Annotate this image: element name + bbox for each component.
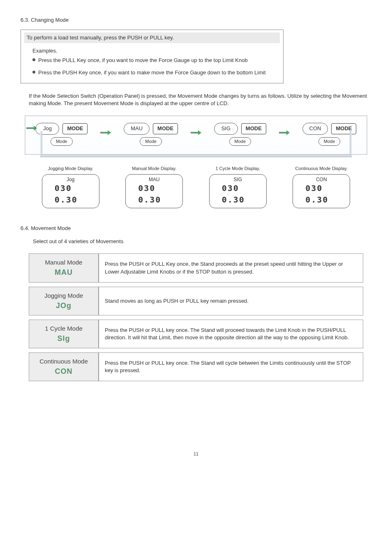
lcd-box: CON 030 0.30 [293, 174, 350, 208]
mode-label-sig: 1 Cycle Mode SIg [29, 320, 99, 348]
table-row: Jogging Mode JOg Stand moves as long as … [29, 287, 363, 315]
mode-desc: Press the PUSH or PULL key once. The Sta… [99, 352, 363, 381]
page-number: 11 [21, 451, 371, 457]
mode-key-button[interactable]: MODE [153, 123, 178, 134]
mode-title: Manual Mode [35, 258, 92, 267]
mode-unit-con: CON MODE Mode [302, 123, 357, 146]
mode-cycle-diagram: Jog MODE Mode MAU MODE Mode SIG MODE Mod… [25, 115, 367, 155]
mode-unit-jog: Jog MODE Mode [35, 123, 88, 146]
example-text-1: Press the PULL Key once, if you want to … [38, 57, 248, 63]
lcd-col-sig: 1 Cycle Mode Display. SIG 030 0.30 [209, 166, 267, 208]
cycle-feedback-bar [40, 155, 352, 157]
table-row: Manual Mode MAU Press the PUSH or PULL K… [29, 253, 363, 282]
mode-code: MAU [35, 267, 92, 278]
mode-sub-label: Mode [318, 137, 341, 146]
mode-sub-label: Mode [229, 137, 251, 146]
movement-mode-table: Manual Mode MAU Press the PUSH or PULL K… [29, 249, 363, 385]
lcd-col-jog: Jogging Mode Display. Jog 030 0.30 [42, 166, 99, 208]
lcd-seg-value: 030 0.30 [305, 182, 350, 205]
lcd-col-mau: Manual Mode Display. MAU 030 0.30 [125, 166, 183, 208]
manual-test-callout: To perform a load test manually, press t… [21, 30, 284, 83]
mode-title: 1 Cycle Mode [35, 324, 92, 333]
section-heading-6-3: 6.3. Changing Mode [21, 16, 371, 24]
callout-header: To perform a load test manually, press t… [24, 32, 280, 43]
mode-desc: Stand moves as long as PUSH or PULL key … [99, 287, 363, 315]
mode-key-button[interactable]: MODE [62, 123, 88, 134]
mode-pill-jog: Jog [35, 123, 59, 134]
mode-key-button[interactable]: MODE [241, 123, 266, 134]
mode-title: Continuous Mode [35, 357, 92, 366]
mode-label-jog: Jogging Mode JOg [29, 287, 99, 315]
lcd-caption: Continuous Mode Display. [295, 166, 348, 172]
lcd-display-row: Jogging Mode Display. Jog 030 0.30 Manua… [29, 166, 363, 208]
mode-unit-sig: SIG MODE Mode [214, 123, 266, 146]
arrow-icon [279, 131, 290, 135]
mode-pill-mau: MAU [124, 123, 150, 134]
bullet-icon [32, 71, 35, 74]
arrow-icon [191, 131, 201, 135]
examples-label: Examples. [32, 47, 280, 55]
mode-desc: Press the PUSH or PULL Key once, the Sta… [99, 253, 363, 282]
example-text-2: Press the PUSH Key once, if you want to … [38, 69, 266, 76]
mode-key-button[interactable]: MODE [331, 123, 356, 134]
lcd-box: MAU 030 0.30 [125, 174, 183, 208]
arrow-icon [100, 131, 111, 135]
mode-sub-label: Mode [51, 137, 73, 146]
callout-body: Examples. Press the PULL Key once, if yo… [24, 47, 280, 76]
mode-label-con: Continuous Mode CON [29, 352, 99, 381]
mode-code: JOg [35, 301, 92, 311]
lcd-seg-value: 030 0.30 [55, 182, 99, 205]
lcd-seg-value: 030 0.30 [222, 182, 266, 205]
table-row: Continuous Mode CON Press the PUSH or PU… [29, 352, 363, 381]
mode-title: Jogging Mode [35, 291, 92, 300]
example-bullet-2: Press the PUSH Key once, if you want to … [32, 69, 280, 76]
bullet-icon [32, 58, 35, 61]
mode-unit-mau: MAU MODE Mode [124, 123, 178, 146]
lcd-seg-value: 030 0.30 [138, 182, 182, 205]
lcd-box: Jog 030 0.30 [42, 174, 99, 208]
mode-desc: Press the PUSH or PULL key once. The Sta… [99, 320, 363, 348]
lcd-caption: Manual Mode Display. [132, 166, 176, 172]
movement-intro: Select out of 4 varieties of Movements [33, 238, 371, 245]
mode-code: CON [35, 366, 92, 377]
mode-pill-sig: SIG [214, 123, 238, 134]
mode-sub-label: Mode [140, 137, 162, 146]
mode-change-paragraph: If the Mode Selection Switch (Operation … [29, 92, 371, 107]
mode-code: SIg [35, 334, 92, 344]
lcd-box: SIG 030 0.30 [209, 174, 267, 208]
example-bullet-1: Press the PULL Key once, if you want to … [32, 57, 280, 64]
mode-label-mau: Manual Mode MAU [29, 253, 99, 282]
table-row: 1 Cycle Mode SIg Press the PUSH or PULL … [29, 320, 363, 348]
lcd-caption: 1 Cycle Mode Display. [215, 166, 260, 172]
lcd-col-con: Continuous Mode Display. CON 030 0.30 [293, 166, 350, 208]
mode-pill-con: CON [302, 123, 328, 134]
section-heading-6-4: 6.4. Movement Mode [21, 225, 371, 232]
lcd-caption: Jogging Mode Display. [48, 166, 93, 172]
